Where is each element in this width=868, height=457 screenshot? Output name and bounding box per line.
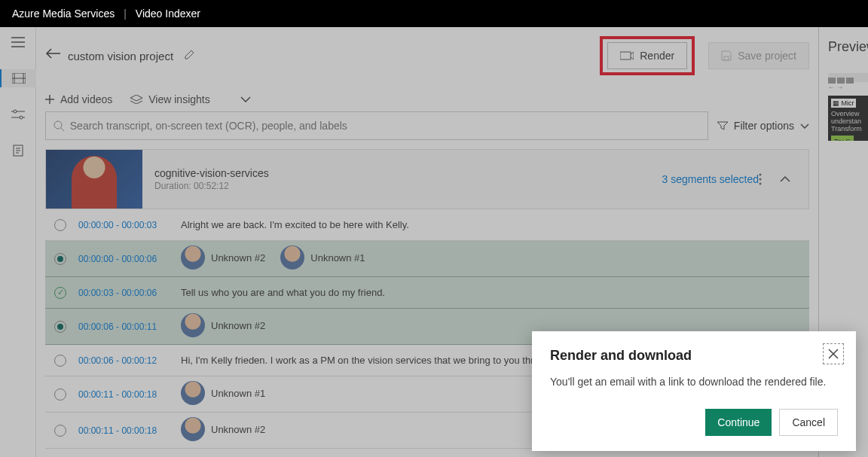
segment-text: Tell us who you are and what you do my f… (181, 287, 800, 298)
speaker-avatar (181, 381, 205, 405)
dialog-body: You'll get an email with a link to downl… (550, 376, 838, 388)
svg-point-7 (760, 174, 762, 176)
video-more-icon[interactable] (759, 173, 762, 185)
video-thumbnail (46, 150, 142, 209)
render-highlight-box: Render (600, 36, 695, 75)
project-title: custom vision project (68, 50, 173, 62)
segment-radio[interactable] (54, 219, 66, 231)
segment-row[interactable]: 00:00:00 - 00:00:06Unknown #2Unknown #1 (45, 241, 809, 277)
segment-radio[interactable] (54, 355, 66, 367)
document-icon[interactable] (9, 142, 27, 160)
segment-row[interactable]: ✓00:00:03 - 00:00:06Tell us who you are … (45, 277, 809, 309)
speaker-chip: Unknown #1 (181, 381, 265, 405)
search-input[interactable] (70, 120, 700, 132)
preview-title: Preview (828, 39, 868, 55)
top-bar: Azure Media Services | Video Indexer (0, 0, 868, 27)
filter-icon (717, 121, 728, 130)
header-row: custom vision project Render Save projec… (36, 27, 818, 90)
video-collapse-icon[interactable] (780, 176, 790, 182)
svg-point-8 (760, 178, 762, 181)
try-button[interactable]: Try C (831, 136, 854, 141)
plus-icon (45, 95, 54, 104)
search-row: Filter options (36, 111, 818, 149)
toolbar-chevron-icon[interactable] (240, 96, 251, 102)
segment-radio[interactable] (54, 253, 66, 265)
cancel-button[interactable]: Cancel (779, 409, 838, 436)
filter-options-button[interactable]: Filter options (717, 120, 809, 132)
continue-button[interactable]: Continue (705, 409, 772, 436)
segments-selected-label: 3 segments selected (662, 173, 759, 185)
speaker-avatar (181, 245, 205, 270)
brand-label: Azure Media Services (12, 8, 115, 20)
add-videos-button[interactable]: Add videos (45, 93, 112, 105)
svg-rect-5 (724, 56, 729, 60)
film-icon[interactable] (0, 69, 36, 87)
filter-label: Filter options (734, 120, 794, 132)
segment-timestamp: 00:00:06 - 00:00:12 (78, 355, 169, 366)
segment-timestamp: 00:00:11 - 00:00:18 (78, 425, 169, 436)
speaker-avatar (181, 417, 205, 441)
add-videos-label: Add videos (60, 93, 112, 105)
dialog-close-button[interactable] (823, 343, 844, 364)
sliders-icon[interactable] (9, 105, 27, 123)
back-arrow-icon[interactable] (45, 48, 60, 63)
speaker-name: Unknown #2 (211, 252, 265, 264)
close-icon (828, 349, 839, 359)
svg-point-1 (14, 110, 17, 113)
render-label: Render (640, 50, 674, 62)
speaker-chip: Unknown #2 (181, 417, 265, 441)
hamburger-icon[interactable] (9, 33, 27, 51)
svg-rect-4 (620, 52, 631, 59)
segment-timestamp: 00:00:00 - 00:00:03 (78, 220, 169, 230)
layers-icon (130, 95, 142, 104)
svg-point-2 (20, 116, 23, 119)
speaker-name: Unknown #1 (310, 252, 365, 264)
segment-radio[interactable] (54, 425, 66, 437)
segment-text: Alright we are back. I'm excited to be h… (181, 219, 800, 230)
speaker-chip: Unknown #2 (181, 313, 265, 337)
svg-point-6 (54, 121, 62, 129)
segment-radio[interactable] (54, 388, 66, 401)
segment-timestamp: 00:00:00 - 00:00:06 (78, 254, 169, 264)
view-insights-label: View insights (148, 93, 209, 105)
speaker-avatar (280, 245, 304, 270)
search-icon (53, 120, 64, 131)
video-duration: Duration: 00:52:12 (154, 181, 650, 191)
top-divider: | (124, 8, 127, 20)
segment-timestamp: 00:00:06 - 00:00:11 (78, 321, 169, 332)
save-icon (721, 50, 732, 61)
product-label: Video Indexer (136, 8, 200, 20)
edit-title-icon[interactable] (184, 50, 196, 62)
segment-timestamp: 00:00:03 - 00:00:06 (78, 288, 169, 298)
toolbar-row: Add videos View insights (36, 90, 818, 111)
mini-preview-content: ▦ Micr Overview understan Transform Try … (828, 96, 868, 141)
segment-radio[interactable]: ✓ (54, 287, 66, 299)
mini-browser-chrome (828, 73, 868, 82)
speaker-chip: Unknown #1 (280, 245, 365, 270)
dialog-title: Render and download (550, 348, 838, 364)
search-box[interactable] (45, 111, 708, 140)
speaker-name: Unknown #1 (211, 388, 265, 399)
svg-point-9 (760, 183, 762, 185)
segment-radio[interactable] (54, 321, 66, 333)
segment-timestamp: 00:00:11 - 00:00:18 (78, 389, 169, 400)
speaker-name: Unknown #2 (211, 320, 265, 331)
render-button[interactable]: Render (607, 42, 687, 69)
speaker-name: Unknown #2 (211, 424, 265, 435)
render-icon (620, 50, 634, 61)
segment-row[interactable]: 00:00:00 - 00:00:03Alright we are back. … (45, 209, 809, 241)
video-header: cognitive-vision-services Duration: 00:5… (45, 149, 809, 209)
chevron-down-icon (800, 123, 809, 129)
left-sidebar (0, 27, 36, 457)
segment-speakers: Unknown #2Unknown #1 (181, 245, 800, 272)
save-label: Save project (738, 50, 796, 62)
save-project-button: Save project (708, 42, 809, 69)
view-insights-button[interactable]: View insights (130, 93, 209, 105)
speaker-chip: Unknown #2 (181, 245, 265, 270)
render-download-dialog: Render and download You'll get an email … (532, 331, 856, 451)
video-title: cognitive-vision-services (154, 167, 650, 179)
speaker-avatar (181, 313, 205, 337)
